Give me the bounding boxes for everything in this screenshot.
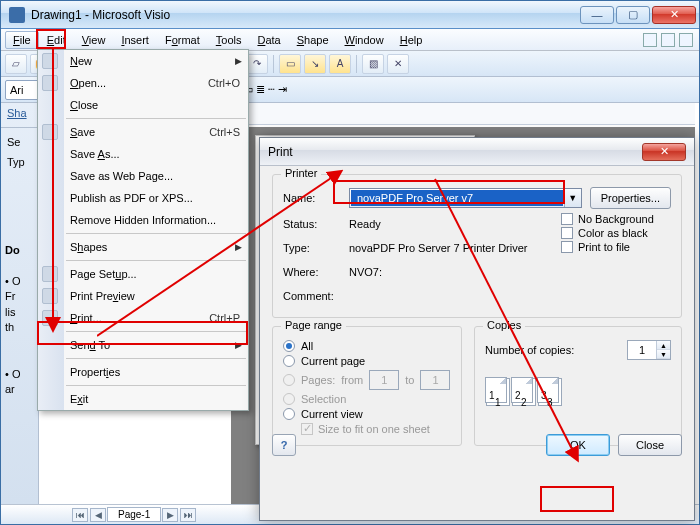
open-folder-icon: [42, 75, 58, 91]
menu-window[interactable]: Window: [337, 31, 392, 49]
menu-new[interactable]: New▶: [38, 50, 248, 72]
menu-publish-pdf[interactable]: Publish as PDF or XPS...: [38, 187, 248, 209]
print-preview-icon: [42, 288, 58, 304]
shapes-tab[interactable]: Sha: [1, 103, 38, 123]
help-button[interactable]: ?: [272, 434, 296, 456]
menu-tools[interactable]: Tools: [208, 31, 250, 49]
page-last-icon[interactable]: ⏭: [180, 508, 196, 522]
printer-group: Printer Name: novaPDF Pro Server v7 ▼ Pr…: [272, 174, 682, 318]
page-prev-icon[interactable]: ◀: [90, 508, 106, 522]
annotation-ok: [540, 486, 614, 512]
text-tool-icon[interactable]: A: [329, 54, 351, 74]
close-button[interactable]: ✕: [652, 6, 696, 24]
print-dialog-title: Print: [268, 145, 293, 159]
current-page-radio[interactable]: Current page: [283, 355, 451, 367]
type-label: Typ: [1, 152, 38, 172]
color-as-black-checkbox[interactable]: Color as black: [561, 227, 671, 239]
type-value: novaPDF Pro Server 7 Printer Driver: [349, 242, 528, 254]
mdi-close-icon[interactable]: [679, 33, 693, 47]
name-label: Name:: [283, 192, 349, 204]
page-next-icon[interactable]: ▶: [162, 508, 178, 522]
menu-page-setup[interactable]: Page Setup...: [38, 263, 248, 285]
menu-save-web[interactable]: Save as Web Page...: [38, 165, 248, 187]
menu-data[interactable]: Data: [249, 31, 288, 49]
menu-save[interactable]: SaveCtrl+S: [38, 121, 248, 143]
menu-properties[interactable]: Properties: [38, 361, 248, 383]
menu-file[interactable]: File: [5, 31, 39, 49]
pages-radio: Pages: from to: [283, 370, 451, 390]
menu-print-preview[interactable]: Print Preview: [38, 285, 248, 307]
menu-insert[interactable]: Insert: [113, 31, 157, 49]
menu-print[interactable]: Print...Ctrl+P: [38, 307, 248, 329]
all-radio[interactable]: All: [283, 340, 451, 352]
pages-to-input: [420, 370, 450, 390]
close-dialog-button[interactable]: Close: [618, 434, 682, 456]
printer-icon: [42, 310, 58, 326]
status-value: Ready: [349, 218, 381, 230]
chevron-down-icon[interactable]: ▼: [564, 189, 581, 207]
visio-main-window: Drawing1 - Microsoft Visio — ▢ ✕ File Ed…: [0, 0, 700, 525]
connection-icon[interactable]: ✕: [387, 54, 409, 74]
menu-saveas[interactable]: Save As...: [38, 143, 248, 165]
page-setup-icon: [42, 266, 58, 282]
shapes-icon[interactable]: ▧: [362, 54, 384, 74]
status-label: Status:: [283, 218, 349, 230]
menu-format[interactable]: Format: [157, 31, 208, 49]
selection-radio: Selection: [283, 393, 451, 405]
menu-exit[interactable]: Exit: [38, 388, 248, 410]
file-menu-dropdown: New▶ Open...Ctrl+O Close SaveCtrl+S Save…: [37, 49, 249, 411]
copies-spinner[interactable]: ▲▼: [627, 340, 671, 360]
page-range-title: Page range: [281, 319, 346, 331]
menu-send-to[interactable]: Send To▶: [38, 334, 248, 356]
side-text-2: • O ar: [5, 367, 20, 398]
copies-group: Copies Number of copies: ▲▼ 11 22 33: [474, 326, 682, 446]
page-first-icon[interactable]: ⏮: [72, 508, 88, 522]
page-tab[interactable]: Page-1: [107, 507, 161, 522]
pointer-tool-icon[interactable]: ▭: [279, 54, 301, 74]
line-pattern-icon[interactable]: ┄: [268, 83, 275, 96]
menubar: File Edit View Insert Format Tools Data …: [1, 29, 699, 51]
menu-help[interactable]: Help: [392, 31, 431, 49]
comment-label: Comment:: [283, 290, 349, 302]
ok-button[interactable]: OK: [546, 434, 610, 456]
printer-name-combo[interactable]: novaPDF Pro Server v7 ▼: [349, 188, 582, 208]
menu-view[interactable]: View: [74, 31, 114, 49]
type-label: Type:: [283, 242, 349, 254]
printer-name-value: novaPDF Pro Server v7: [351, 190, 563, 206]
line-weight-icon[interactable]: ≣: [256, 83, 265, 96]
print-to-file-checkbox[interactable]: Print to file: [561, 241, 671, 253]
side-text-1: Do • O Fr lis th: [5, 243, 20, 335]
print-dialog: Print ✕ Printer Name: novaPDF Pro Server…: [259, 137, 695, 521]
where-value: NVO7:: [349, 266, 382, 278]
no-background-checkbox[interactable]: No Background: [561, 213, 671, 225]
search-label: Se: [1, 132, 38, 152]
current-view-radio[interactable]: Current view: [283, 408, 451, 420]
collate-preview: 11 22 33: [485, 377, 671, 403]
properties-button[interactable]: Properties...: [590, 187, 671, 209]
window-title: Drawing1 - Microsoft Visio: [31, 8, 579, 22]
mdi-minimize-icon[interactable]: [643, 33, 657, 47]
maximize-button[interactable]: ▢: [616, 6, 650, 24]
menu-edit[interactable]: Edit: [39, 31, 74, 49]
save-disk-icon: [42, 124, 58, 140]
print-dialog-titlebar: Print ✕: [260, 138, 694, 166]
pages-from-input: [369, 370, 399, 390]
menu-open[interactable]: Open...Ctrl+O: [38, 72, 248, 94]
printer-group-title: Printer: [281, 167, 321, 179]
line-ends-icon[interactable]: ⇥: [278, 83, 287, 96]
menu-shape[interactable]: Shape: [289, 31, 337, 49]
menu-close[interactable]: Close: [38, 94, 248, 116]
print-dialog-close-button[interactable]: ✕: [642, 143, 686, 161]
menu-shapes[interactable]: Shapes▶: [38, 236, 248, 258]
redo-icon[interactable]: ↷: [246, 54, 268, 74]
menu-remove-hidden[interactable]: Remove Hidden Information...: [38, 209, 248, 231]
new-icon[interactable]: ▱: [5, 54, 27, 74]
where-label: Where:: [283, 266, 349, 278]
minimize-button[interactable]: —: [580, 6, 614, 24]
num-copies-label: Number of copies:: [485, 344, 627, 356]
horizontal-ruler: [231, 103, 695, 125]
mdi-restore-icon[interactable]: [661, 33, 675, 47]
copies-title: Copies: [483, 319, 525, 331]
app-icon: [9, 7, 25, 23]
connector-tool-icon[interactable]: ↘: [304, 54, 326, 74]
